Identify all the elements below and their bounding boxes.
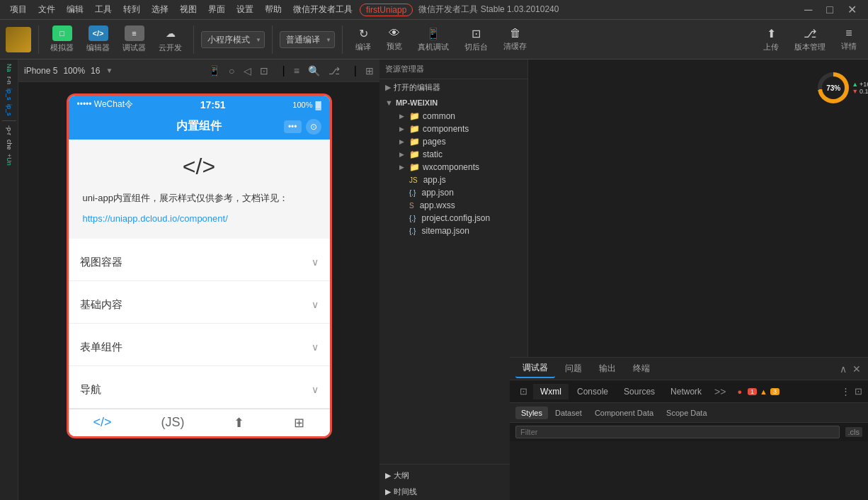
phone-bottom-code[interactable]: </>	[93, 415, 111, 431]
panel-tab-debugger[interactable]: 调试器	[515, 359, 555, 378]
explorer-section-timeline[interactable]: ▶ 时间线	[379, 484, 527, 500]
menu-item-tools[interactable]: 工具	[91, 2, 116, 17]
tree-item-common[interactable]: ▶ 📁 common	[379, 110, 527, 123]
tree-item-pages[interactable]: ▶ 📁 pages	[379, 135, 527, 148]
menu-item-select[interactable]: 选择	[147, 2, 173, 17]
minimize-button[interactable]: ─	[799, 1, 818, 19]
search-icon[interactable]: 🔍	[308, 65, 320, 76]
panel-up-icon[interactable]: ∧	[838, 362, 848, 376]
menu-item-project[interactable]: 项目	[6, 2, 31, 17]
sidebar-item-na[interactable]: Na	[4, 62, 14, 74]
file-label-sitemap: sitemap.json	[421, 226, 469, 236]
phone-icon[interactable]: 📱	[208, 65, 220, 76]
sidebar-item-ip1[interactable]: ip_s	[4, 87, 14, 102]
devtools-tab-wxml[interactable]: Wxml	[533, 384, 569, 399]
sidebar-item-che[interactable]: che	[4, 138, 14, 152]
compile-select-wrapper[interactable]: 普通编译	[280, 31, 335, 48]
sidebar-item-p[interactable]: -p-r	[4, 124, 14, 137]
mode-select-wrapper[interactable]: 小程序模式	[201, 31, 265, 48]
phone-section-2[interactable]: 表单组件 ∨	[69, 329, 330, 366]
phone-section-1[interactable]: 基础内容 ∨	[69, 287, 330, 324]
styles-tab-styles[interactable]: Styles	[515, 407, 548, 419]
refresh-button[interactable]: ↻ 编译	[350, 24, 377, 55]
clear-button[interactable]: 🗑 清缓存	[498, 24, 532, 55]
branch-icon[interactable]: ⎇	[329, 65, 340, 76]
styles-tab-scope-data[interactable]: Scope Data	[661, 407, 712, 419]
layout-icon[interactable]: ⊞	[365, 65, 374, 76]
filter-input[interactable]	[515, 426, 840, 438]
panel-tab-issues[interactable]: 问题	[558, 360, 589, 377]
phone-section-0[interactable]: 视图容器 ∨	[69, 244, 330, 281]
panel-tab-output[interactable]: 输出	[592, 360, 623, 377]
tree-item-components[interactable]: ▶ 📁 components	[379, 123, 527, 135]
window-icon[interactable]: ⊡	[260, 65, 268, 76]
tree-item-static[interactable]: ▶ 📁 static	[379, 148, 527, 161]
tree-item-appwxss[interactable]: S app.wxss	[379, 199, 527, 212]
devtools-more-icon[interactable]: ⋮	[841, 386, 850, 397]
panel-close-icon[interactable]: ✕	[851, 362, 862, 376]
filter-cls[interactable]: .cls	[845, 427, 863, 437]
debug-button[interactable]: ≡ 调试器	[118, 23, 150, 56]
sidebar-item-r[interactable]: r-n	[4, 75, 14, 86]
sidebar-item-ip2[interactable]: ip_s	[4, 103, 14, 118]
menu-item-edit[interactable]: 编辑	[62, 2, 88, 17]
menu-item-help[interactable]: 帮助	[261, 2, 286, 17]
explorer-section-outline[interactable]: ▶ 大纲	[379, 467, 527, 484]
menu-item-file[interactable]: 文件	[34, 2, 59, 17]
explorer-open-editors[interactable]: ▶ 打开的编辑器	[379, 79, 527, 96]
phone-bottom-js[interactable]: (JS)	[161, 415, 185, 431]
menu-item-view[interactable]: 视图	[176, 2, 201, 17]
panel-tab-terminal[interactable]: 终端	[626, 360, 657, 377]
devtools-tab-sources[interactable]: Sources	[617, 384, 662, 399]
styles-tab-component-data[interactable]: Component Data	[589, 407, 659, 419]
maximize-button[interactable]: □	[821, 1, 839, 19]
detail-button[interactable]: ≡ 详情	[835, 24, 862, 55]
menu-item-weixin-devtools[interactable]: 微信开发者工具	[289, 2, 357, 17]
version-button[interactable]: ⎇ 版本管理	[789, 24, 831, 55]
tree-item-projectconfig[interactable]: {.} project.config.json	[379, 212, 527, 225]
devtools-copy-icon[interactable]: ⊡	[855, 386, 862, 397]
close-button[interactable]: ✕	[842, 0, 862, 19]
phone-bottom-grid[interactable]: ⊞	[294, 415, 304, 431]
tree-item-wxcomponents[interactable]: ▶ 📁 wxcomponents	[379, 161, 527, 174]
toolbar-divider-2	[193, 25, 194, 54]
compile-select[interactable]: 普通编译	[280, 31, 335, 48]
back-icon[interactable]: ◁	[244, 65, 251, 76]
menu-item-settings[interactable]: 设置	[232, 2, 258, 17]
phone-nav-circle[interactable]: ⊙	[306, 119, 321, 135]
clear-label: 清缓存	[503, 41, 527, 52]
inspect-icon[interactable]: ⊡	[515, 386, 532, 397]
backend-button[interactable]: ⊡ 切后台	[459, 24, 493, 55]
upload-button[interactable]: ⬆ 上传	[758, 24, 784, 55]
editor-button[interactable]: </> 编辑器	[82, 23, 114, 56]
warning-badge: 3	[770, 388, 780, 395]
explorer-root-folder[interactable]: ▼ MP-WEIXIN	[379, 96, 527, 110]
menu-item-goto[interactable]: 转到	[119, 2, 144, 17]
phone-nav-dots[interactable]: •••	[284, 120, 302, 133]
phone-bottom-up[interactable]: ⬆	[234, 415, 244, 431]
cloud-button[interactable]: ☁ 云开发	[154, 23, 186, 56]
file-label-appwxss: app.wxss	[420, 200, 455, 210]
devtools-tab-console[interactable]: Console	[570, 384, 615, 399]
styles-tab-dataset[interactable]: Dataset	[549, 407, 588, 419]
tree-item-appjs[interactable]: JS app.js	[379, 174, 527, 186]
devtools-tabs-bar: ⊡ Wxml Console Sources Network >> ● 1 ▲ …	[510, 380, 868, 403]
active-tab-firstuniapp[interactable]: firstUniapp	[360, 4, 413, 16]
tree-item-appjson[interactable]: {.} app.json	[379, 186, 527, 199]
mode-select[interactable]: 小程序模式	[201, 31, 265, 48]
phone-link[interactable]: https://uniapp.dcloud.io/component/	[83, 213, 228, 224]
perf-stat-green-icon: ▲	[852, 81, 858, 88]
sidebar-item-uni[interactable]: +Un	[4, 152, 14, 167]
simulator-button[interactable]: □ 模拟器	[46, 23, 78, 56]
perf-widget: 73% ▲ +16.3 ▼ 0.1	[826, 59, 868, 116]
preview-button[interactable]: 👁 预览	[381, 24, 408, 55]
list-icon[interactable]: ≡	[294, 65, 299, 76]
menu-item-interface[interactable]: 界面	[204, 2, 229, 17]
debug-label: 调试器	[122, 42, 146, 53]
phone-section-3[interactable]: 导航 ∨	[69, 372, 330, 409]
tree-item-sitemap[interactable]: {.} sitemap.json	[379, 225, 527, 237]
circle-icon[interactable]: ○	[229, 65, 234, 76]
devtools-tab-more[interactable]: >>	[710, 385, 730, 399]
devtools-tab-network[interactable]: Network	[663, 384, 709, 399]
real-device-button[interactable]: 📱 真机调试	[412, 24, 455, 55]
